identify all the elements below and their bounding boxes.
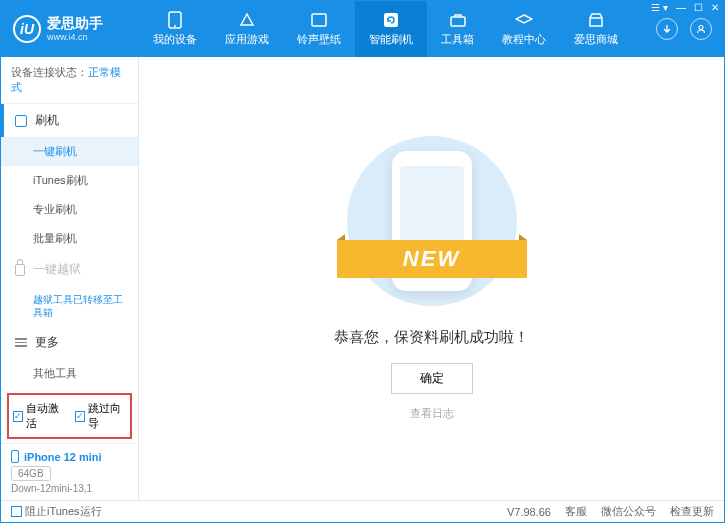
nav-label: 工具箱	[441, 32, 474, 47]
checkbox-block-itunes[interactable]: ✓ 阻止iTunes运行	[11, 504, 102, 519]
success-message: 恭喜您，保资料刷机成功啦！	[334, 328, 529, 347]
svg-point-1	[174, 25, 176, 27]
ok-button[interactable]: 确定	[391, 363, 473, 394]
nav-label: 智能刷机	[369, 32, 413, 47]
checkbox-icon: ✓	[11, 506, 22, 517]
minimize-button[interactable]: —	[676, 2, 686, 13]
store-icon	[587, 11, 605, 29]
success-illustration: NEW	[347, 136, 517, 306]
sidebar-header-label: 刷机	[35, 112, 59, 129]
nav-smart-flash[interactable]: 智能刷机	[355, 1, 427, 57]
svg-rect-4	[451, 17, 465, 26]
svg-point-5	[699, 26, 703, 30]
svg-rect-2	[312, 14, 326, 26]
nav-ringtone-wallpaper[interactable]: 铃声壁纸	[283, 1, 355, 57]
user-button[interactable]	[690, 18, 712, 40]
refresh-icon	[382, 11, 400, 29]
sidebar-header-label: 更多	[35, 334, 59, 351]
sidebar-item-itunes-flash[interactable]: iTunes刷机	[1, 166, 138, 195]
device-name-label: iPhone 12 mini	[24, 451, 102, 463]
options-checkbox-row: ✓ 自动激活 ✓ 跳过向导	[7, 393, 132, 439]
square-icon	[15, 115, 27, 127]
check-update-link[interactable]: 检查更新	[670, 504, 714, 519]
app-logo-icon: iU	[13, 15, 41, 43]
menu-button[interactable]: ☰ ▾	[651, 2, 668, 13]
view-log-link[interactable]: 查看日志	[410, 406, 454, 421]
toolbox-icon	[449, 11, 467, 29]
app-header: iU 爱思助手 www.i4.cn 我的设备 应用游戏 铃声壁纸 智能刷机 工具…	[1, 1, 724, 57]
sidebar-item-batch-flash[interactable]: 批量刷机	[1, 224, 138, 253]
main-nav: 我的设备 应用游戏 铃声壁纸 智能刷机 工具箱 教程中心 爱思商城	[139, 1, 644, 57]
sidebar-header-label: 一键越狱	[33, 261, 81, 278]
new-ribbon: NEW	[337, 240, 527, 278]
support-link[interactable]: 客服	[565, 504, 587, 519]
connection-status: 设备连接状态：正常模式	[1, 57, 138, 104]
menu-icon	[15, 338, 27, 347]
sidebar-jailbreak-note[interactable]: 越狱工具已转移至工具箱	[1, 286, 138, 326]
checkbox-skip-guide[interactable]: ✓ 跳过向导	[75, 401, 127, 431]
storage-badge: 64GB	[11, 466, 51, 481]
download-button[interactable]	[656, 18, 678, 40]
window-controls: ☰ ▾ — ☐ ✕	[651, 2, 719, 13]
nav-label: 爱思商城	[574, 32, 618, 47]
sidebar-more-header[interactable]: 更多	[1, 326, 138, 359]
close-button[interactable]: ✕	[711, 2, 719, 13]
media-icon	[310, 11, 328, 29]
sidebar-item-pro-flash[interactable]: 专业刷机	[1, 195, 138, 224]
nav-apps-games[interactable]: 应用游戏	[211, 1, 283, 57]
sidebar-item-oneclick-flash[interactable]: 一键刷机	[1, 137, 138, 166]
app-subtitle: www.i4.cn	[47, 32, 103, 43]
nav-label: 我的设备	[153, 32, 197, 47]
sidebar-jailbreak-header[interactable]: 一键越狱	[1, 253, 138, 286]
nav-label: 应用游戏	[225, 32, 269, 47]
checkbox-icon: ✓	[75, 411, 85, 422]
phone-icon	[11, 450, 19, 463]
nav-toolbox[interactable]: 工具箱	[427, 1, 488, 57]
main-content: NEW 恭喜您，保资料刷机成功啦！ 确定 查看日志	[139, 57, 724, 500]
checkbox-auto-activate[interactable]: ✓ 自动激活	[13, 401, 65, 431]
nav-label: 铃声壁纸	[297, 32, 341, 47]
status-bar: ✓ 阻止iTunes运行 V7.98.66 客服 微信公众号 检查更新	[1, 500, 724, 522]
sidebar-flash-header[interactable]: 刷机	[1, 104, 138, 137]
nav-store[interactable]: 爱思商城	[560, 1, 632, 57]
logo-area: iU 爱思助手 www.i4.cn	[1, 1, 139, 57]
nav-tutorial[interactable]: 教程中心	[488, 1, 560, 57]
graduation-icon	[515, 11, 533, 29]
sidebar: 设备连接状态：正常模式 刷机 一键刷机 iTunes刷机 专业刷机 批量刷机 一…	[1, 57, 139, 500]
phone-icon	[166, 11, 184, 29]
checkbox-icon: ✓	[13, 411, 23, 422]
wechat-link[interactable]: 微信公众号	[601, 504, 656, 519]
app-title: 爱思助手	[47, 15, 103, 32]
device-detail: Down-12mini-13,1	[11, 483, 128, 494]
lock-icon	[15, 264, 25, 276]
maximize-button[interactable]: ☐	[694, 2, 703, 13]
version-label: V7.98.66	[507, 506, 551, 518]
nav-label: 教程中心	[502, 32, 546, 47]
sidebar-item-download-firmware[interactable]: 下载固件	[1, 388, 138, 389]
app-store-icon	[238, 11, 256, 29]
nav-my-device[interactable]: 我的设备	[139, 1, 211, 57]
sidebar-item-other-tools[interactable]: 其他工具	[1, 359, 138, 388]
svg-rect-3	[384, 13, 398, 27]
device-info[interactable]: iPhone 12 mini 64GB Down-12mini-13,1	[1, 443, 138, 500]
